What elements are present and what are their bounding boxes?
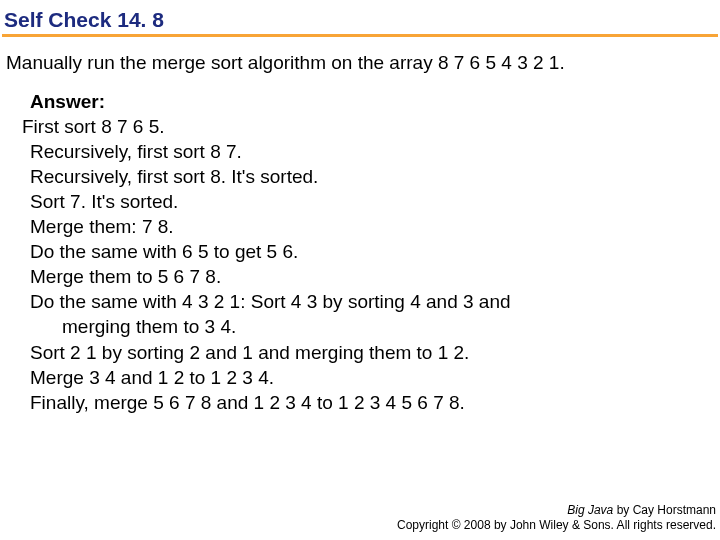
answer-line-6: Merge them to 5 6 7 8. (22, 264, 698, 289)
answer-line-3: Sort 7. It's sorted. (22, 189, 698, 214)
footer-author: by Cay Horstmann (613, 503, 716, 517)
answer-block: Answer: First sort 8 7 6 5. Recursively,… (0, 89, 720, 415)
footer-line-1: Big Java by Cay Horstmann (397, 503, 716, 519)
answer-label: Answer: (22, 89, 698, 114)
answer-line-11: Finally, merge 5 6 7 8 and 1 2 3 4 to 1 … (22, 390, 698, 415)
footer-line-2: Copyright © 2008 by John Wiley & Sons. A… (397, 518, 716, 534)
slide-title: Self Check 14. 8 (0, 0, 720, 34)
answer-line-8: merging them to 3 4. (22, 314, 698, 339)
answer-line-0: First sort 8 7 6 5. (22, 114, 698, 139)
answer-line-10: Merge 3 4 and 1 2 to 1 2 3 4. (22, 365, 698, 390)
answer-line-9: Sort 2 1 by sorting 2 and 1 and merging … (22, 340, 698, 365)
answer-line-7: Do the same with 4 3 2 1: Sort 4 3 by so… (22, 289, 698, 314)
answer-line-1: Recursively, first sort 8 7. (22, 139, 698, 164)
title-underline (2, 34, 718, 37)
answer-line-2: Recursively, first sort 8. It's sorted. (22, 164, 698, 189)
footer: Big Java by Cay Horstmann Copyright © 20… (397, 503, 716, 534)
answer-line-5: Do the same with 6 5 to get 5 6. (22, 239, 698, 264)
answer-line-4: Merge them: 7 8. (22, 214, 698, 239)
footer-book-title: Big Java (567, 503, 613, 517)
question-text: Manually run the merge sort algorithm on… (0, 51, 720, 89)
